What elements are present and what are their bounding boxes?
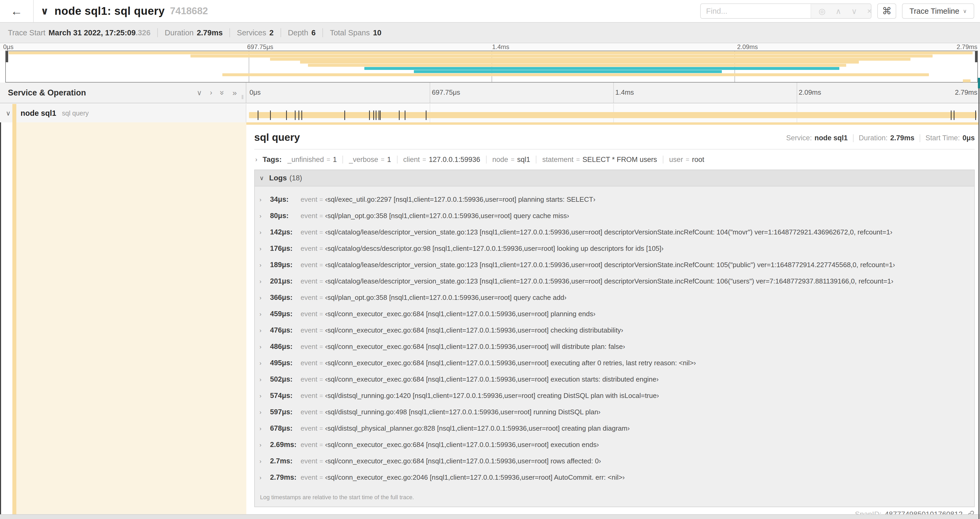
log-row[interactable]: ›574μs:event=‹sql/distsql_running.go:142… [259,391,974,408]
chevron-up-icon[interactable]: ∧ [835,6,841,16]
tag-item: _verbose=1 [349,156,391,164]
chevron-right-icon: › [259,360,270,367]
find-input[interactable] [701,4,811,18]
log-row[interactable]: ›366μs:event=‹sql/plan_opt.go:358 [nsql1… [259,294,974,310]
log-field-key: event [301,424,317,433]
log-row[interactable]: ›495μs:event=‹sql/conn_executor_exec.go:… [259,359,974,375]
minimap-span-bar [270,58,910,61]
span-color-swatch [13,104,16,122]
log-equals: = [320,229,323,236]
span-name-column[interactable]: ∨ node sql1 sql query [0,104,246,122]
trace-title-group[interactable]: ∨ node sql1: sql query 7418682 [41,5,208,18]
vertical-scrollbar[interactable] [978,83,980,519]
log-row[interactable]: ›486μs:event=‹sql/conn_executor_exec.go:… [259,343,974,359]
log-row[interactable]: ›201μs:event=‹sql/catalog/lease/descript… [259,277,974,294]
log-row[interactable]: ›476μs:event=‹sql/conn_executor_exec.go:… [259,326,974,343]
divider [486,156,487,163]
log-value: ‹sql/conn_executor_exec.go:684 [nsql1,cl… [325,441,599,449]
log-row[interactable]: ›502μs:event=‹sql/conn_executor_exec.go:… [259,375,974,391]
log-row[interactable]: ›678μs:event=‹sql/distsql_physical_plann… [259,424,974,441]
trace-meta-item: Duration2.79ms [165,29,223,37]
log-value: ‹sql/conn_executor_exec.go:2046 [nsql1,c… [325,473,625,482]
timeline-minimap[interactable] [5,51,978,83]
log-value: ‹sql/conn_executor_exec.go:684 [nsql1,cl… [325,359,696,367]
log-field-key: event [301,359,317,367]
log-equals: = [320,409,323,416]
divider [323,28,323,37]
back-button[interactable]: ← [0,0,34,22]
collapse-one-icon[interactable]: ∨ [197,89,202,97]
locate-icon[interactable]: ◎ [819,6,826,16]
chevron-down-icon: ∨ [259,174,264,182]
chevron-down-icon[interactable]: ∨ [6,109,11,117]
log-row[interactable]: ›2.7ms:event=‹sql/conn_executor_exec.go:… [259,457,974,473]
log-row[interactable]: ›2.79ms:event=‹sql/conn_executor_exec.go… [259,473,974,490]
logs-block: ∨ Logs (18) ›34μs:event=‹sql/exec_util.g… [254,169,975,507]
minimap-tick-label: 1.4ms [492,43,509,51]
log-marker-tick [295,110,296,120]
find-icon-group: ◎∧∨× [811,4,872,18]
log-marker-tick [258,110,258,120]
log-row[interactable]: ›34μs:event=‹sql/exec_util.go:2297 [nsql… [259,195,974,212]
minimap-right-scrubber[interactable] [975,51,977,62]
log-row[interactable]: ›176μs:event=‹sql/catalog/descs/descript… [259,244,974,261]
minimap-left-scrubber[interactable] [6,51,8,62]
log-row[interactable]: ›2.69ms:event=‹sql/conn_executor_exec.go… [259,441,974,457]
tag-key: user [669,156,683,164]
minimap-tick-labels: 0μs697.75μs1.4ms2.09ms2.79ms [0,43,980,51]
log-row[interactable]: ›142μs:event=‹sql/catalog/lease/descript… [259,228,974,244]
meta-label: Depth [288,29,308,37]
log-value: ‹sql/distsql_running.go:1420 [nsql1,clie… [325,391,659,400]
tag-equals: = [381,156,385,163]
minimap-span-bar [300,61,859,64]
timeline-grid-header: Service & Operation ∨›»» ‖ 0μs697.75μs1.… [0,83,980,103]
log-value: ‹sql/plan_opt.go:358 [nsql1,client=127.0… [325,294,566,302]
divider [397,156,398,163]
view-selector-button[interactable]: Trace Timeline ∨ [902,3,974,19]
divider [157,28,158,37]
find-box: ◎∧∨× [700,3,872,19]
log-row[interactable]: ›459μs:event=‹sql/conn_executor_exec.go:… [259,310,974,326]
span-duration-bar[interactable] [249,112,977,118]
logs-header[interactable]: ∨ Logs (18) [255,170,974,186]
expand-one-icon[interactable]: › [210,89,212,97]
span-bar-cell[interactable] [246,104,980,122]
minimap-tick-label: 2.79ms [956,43,977,51]
log-row[interactable]: ›597μs:event=‹sql/distsql_running.go:498… [259,408,974,424]
log-timestamp: 486μs: [270,343,301,351]
log-marker-tick [405,110,406,120]
keyboard-shortcuts-button[interactable]: ⌘ [877,3,896,19]
meta-value: 2.79ms [197,29,223,37]
log-timestamp: 201μs: [270,277,301,285]
divider [280,28,281,37]
log-equals: = [320,278,323,285]
trace-meta-item: Depth6 [288,29,316,37]
log-row[interactable]: ›80μs:event=‹sql/plan_opt.go:358 [nsql1,… [259,212,974,228]
span-service-name: node sql1 [21,109,56,118]
log-marker-tick [344,110,345,120]
log-timestamp: 34μs: [270,195,301,204]
column-resize-grip[interactable]: ‖ [241,94,244,101]
clear-icon[interactable]: × [867,6,872,16]
span-color-accent-band [246,122,978,125]
collapse-all-icon[interactable]: » [218,91,227,95]
tags-row[interactable]: › Tags: _unfinished=1_verbose=1client=12… [254,155,975,164]
log-marker-tick [373,110,374,120]
log-equals: = [320,327,323,334]
log-marker-tick [299,110,299,120]
ruler-tick-label: 0μs [250,88,261,96]
timeline-ruler: 0μs697.75μs1.4ms2.09ms2.79ms [246,83,980,103]
meta-value-suffix: .326 [136,29,150,37]
log-row[interactable]: ›189μs:event=‹sql/catalog/lease/descript… [259,261,974,277]
ruler-tick-label: 2.09ms [799,88,821,96]
divider [920,134,920,142]
tag-equals: = [326,156,330,163]
chevron-right-icon: › [259,246,270,252]
span-row[interactable]: ∨ node sql1 sql query [0,104,980,122]
minimap-span-bar [222,73,929,76]
chevron-down-icon[interactable]: ∨ [851,6,857,16]
summary-label: Start Time: [926,134,960,142]
span-summary: Service:node sql1Duration:2.79msStart Ti… [786,134,975,142]
expand-collapse-icon-group: ∨›»» [197,88,246,97]
expand-all-icon[interactable]: » [232,88,237,97]
